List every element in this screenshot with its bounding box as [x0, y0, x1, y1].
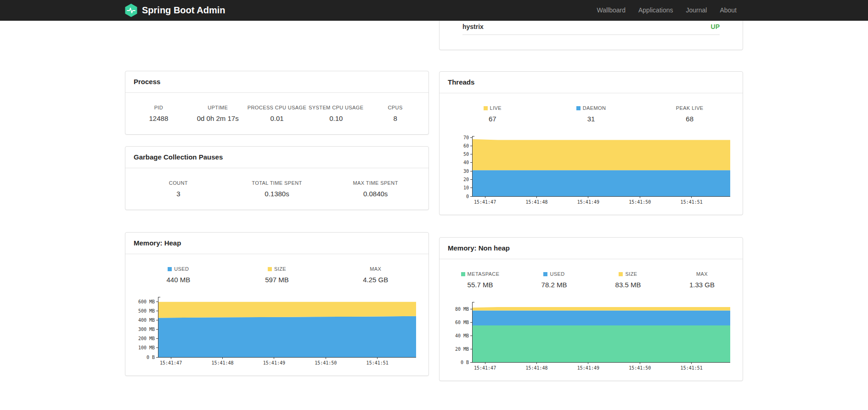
stat-metaspace: METASPACE 55.7 MB [443, 271, 517, 289]
svg-text:15:41:47: 15:41:47 [160, 360, 182, 365]
stat-count: COUNT 3 [129, 180, 228, 198]
stat-label: MAX TIME SPENT [353, 180, 398, 186]
stat-label: TOTAL TIME SPENT [252, 180, 302, 186]
app-logo-icon [125, 4, 137, 17]
panel-bottom-padding [440, 35, 743, 50]
stat-label-text: USED [550, 271, 564, 277]
panel-gc-header: Garbage Collection Pauses [125, 147, 428, 168]
stat-heap-max: MAX 4.25 GB [326, 266, 425, 284]
right-column: hystrix UP Threads LIVE 67 [439, 21, 743, 381]
gc-stats: COUNT 3 TOTAL TIME SPENT 0.1380s MAX TIM… [125, 168, 428, 210]
panel-title: Garbage Collection Pauses [134, 153, 223, 161]
svg-text:15:41:48: 15:41:48 [525, 199, 547, 205]
svg-text:400 MB: 400 MB [138, 318, 155, 323]
stat-value: 0.10 [329, 114, 343, 122]
svg-text:60: 60 [463, 143, 469, 148]
nav-item-journal[interactable]: Journal [679, 6, 713, 14]
svg-text:80 MB: 80 MB [455, 307, 469, 312]
svg-text:60 MB: 60 MB [455, 320, 469, 325]
svg-text:15:41:49: 15:41:49 [263, 360, 285, 365]
stat-value: 55.7 MB [468, 281, 493, 289]
panel-threads-header: Threads [440, 72, 743, 93]
brand-title: Spring Boot Admin [142, 5, 225, 16]
stat-value: 8 [393, 114, 397, 122]
nonheap-stats: METASPACE 55.7 MB USED 78.2 MB SIZE [440, 259, 743, 301]
legend-swatch-size [268, 267, 272, 271]
svg-text:10: 10 [463, 185, 469, 190]
legend-swatch-size [619, 272, 623, 276]
stat-value: 67 [489, 115, 496, 123]
svg-text:15:41:51: 15:41:51 [681, 365, 703, 370]
application-name: hystrix [462, 23, 484, 30]
legend-swatch-daemon [576, 106, 581, 110]
panel-process: Process PID 12488 UPTIME 0d 0h 2m 17s PR… [125, 71, 429, 135]
stat-total-time-spent: TOTAL TIME SPENT 0.1380s [228, 180, 327, 198]
threads-chart: 01020304050607015:41:4715:41:4815:41:491… [440, 135, 743, 215]
stat-value: 0d 0h 2m 17s [197, 114, 239, 122]
navbar: Spring Boot Admin Wallboard Applications… [0, 0, 868, 21]
svg-text:70: 70 [463, 135, 469, 140]
panel-heap-header: Memory: Heap [125, 233, 428, 254]
stat-value: 31 [587, 115, 595, 123]
stat-label-text: SIZE [274, 266, 286, 272]
stat-label: PEAK LIVE [676, 105, 704, 111]
stat-label-text: USED [174, 266, 189, 272]
nav-links: Wallboard Applications Journal About [590, 6, 743, 14]
stat-pid: PID 12488 [129, 105, 188, 122]
page-bottom-space [0, 381, 868, 410]
stat-heap-used: USED 440 MB [129, 266, 228, 284]
stat-uptime: UPTIME 0d 0h 2m 17s [188, 105, 248, 122]
stat-nonheap-size: SIZE 83.5 MB [591, 271, 665, 289]
stat-process-cpu-usage: PROCESS CPU USAGE 0.01 [248, 105, 307, 122]
stat-nonheap-max: MAX 1.33 GB [665, 271, 739, 289]
panel-threads: Threads LIVE 67 DAEMON 31 [439, 71, 743, 215]
legend-swatch-used [543, 272, 547, 276]
stat-label-text: METASPACE [468, 271, 500, 277]
stat-nonheap-used: USED 78.2 MB [517, 271, 591, 289]
stat-value: 12488 [149, 114, 169, 122]
status-badge: UP [711, 23, 720, 30]
process-stats: PID 12488 UPTIME 0d 0h 2m 17s PROCESS CP… [125, 93, 428, 134]
svg-text:200 MB: 200 MB [138, 336, 155, 341]
stat-label: SIZE [619, 271, 637, 277]
panel-title: Memory: Heap [134, 239, 181, 247]
svg-text:600 MB: 600 MB [138, 299, 155, 304]
svg-text:0: 0 [466, 194, 469, 199]
main-content: Process PID 12488 UPTIME 0d 0h 2m 17s PR… [125, 21, 743, 381]
stat-label: CPUS [388, 105, 403, 110]
svg-text:100 MB: 100 MB [138, 345, 155, 350]
legend-swatch-live [484, 106, 488, 110]
svg-text:15:41:49: 15:41:49 [577, 199, 599, 205]
application-row-hystrix[interactable]: hystrix UP [462, 19, 720, 35]
stat-value: 440 MB [166, 276, 190, 284]
stat-label: USED [168, 266, 189, 272]
nav-item-about[interactable]: About [713, 6, 743, 14]
svg-text:15:41:49: 15:41:49 [577, 365, 599, 370]
panel-memory-heap: Memory: Heap USED 440 MB SIZE 597 MB [125, 232, 429, 376]
svg-text:0 B: 0 B [147, 355, 155, 360]
stat-threads-daemon: DAEMON 31 [542, 105, 641, 123]
heap-stats: USED 440 MB SIZE 597 MB MAX 4.25 GB [125, 254, 428, 296]
svg-text:15:41:50: 15:41:50 [629, 199, 651, 205]
svg-text:15:41:47: 15:41:47 [474, 199, 496, 205]
memory-nonheap-chart: 0 B20 MB40 MB60 MB80 MB15:41:4715:41:481… [440, 301, 743, 381]
panel-title: Memory: Non heap [448, 244, 510, 252]
stat-cpus: CPUS 8 [366, 105, 425, 122]
svg-text:15:41:51: 15:41:51 [681, 199, 703, 205]
memory-heap-chart: 0 B100 MB200 MB300 MB400 MB500 MB600 MB1… [125, 296, 428, 376]
brand-link[interactable]: Spring Boot Admin [125, 4, 225, 17]
stat-value: 597 MB [265, 276, 289, 284]
svg-text:15:41:48: 15:41:48 [211, 360, 233, 365]
svg-text:15:41:48: 15:41:48 [525, 365, 547, 370]
stat-threads-live: LIVE 67 [443, 105, 542, 123]
legend-swatch-metaspace [461, 272, 465, 276]
threads-stats: LIVE 67 DAEMON 31 PEAK LIVE 68 [440, 93, 743, 135]
nav-item-applications[interactable]: Applications [632, 6, 680, 14]
svg-text:30: 30 [463, 169, 469, 174]
nav-item-wallboard[interactable]: Wallboard [590, 6, 632, 14]
panel-title: Threads [448, 78, 474, 86]
svg-text:15:41:47: 15:41:47 [474, 365, 496, 370]
panel-nonheap-header: Memory: Non heap [440, 238, 743, 259]
stat-system-cpu-usage: SYSTEM CPU USAGE 0.10 [306, 105, 366, 122]
stat-label: PROCESS CPU USAGE [248, 105, 306, 110]
